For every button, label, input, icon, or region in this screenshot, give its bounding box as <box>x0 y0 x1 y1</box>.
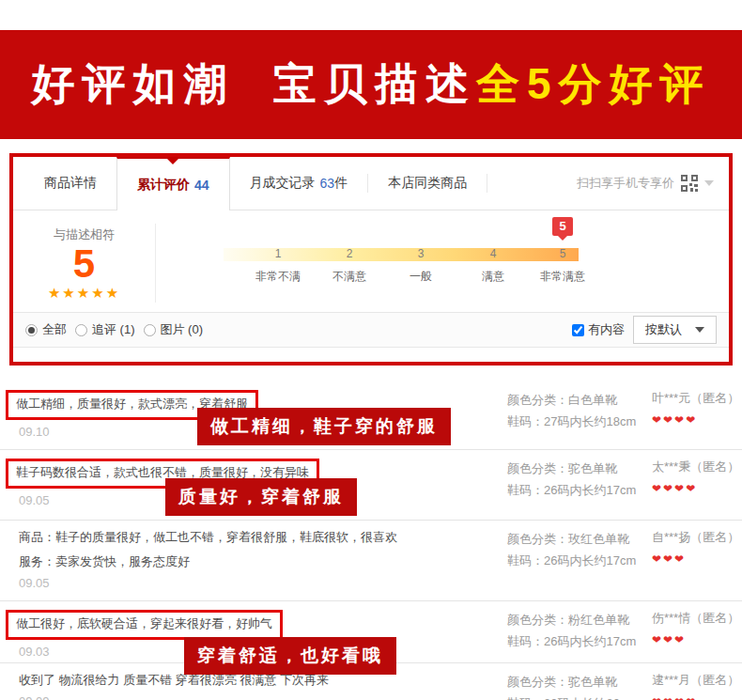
buyer-rank-hearts-icon: ❤❤❤❤ <box>652 413 742 427</box>
monthly-sales-suffix: 件 <box>334 175 348 192</box>
score-badge: 5 <box>552 217 573 236</box>
review-sku-info: 颜色分类：驼色单靴 鞋码：26码内长约17cm <box>507 459 648 520</box>
tab-monthly-sales-label: 月成交记录 <box>250 175 316 192</box>
review-color: 颜色分类：驼色单靴 <box>507 459 648 480</box>
tab-product-detail-label: 商品详情 <box>44 175 97 192</box>
sort-default-label: 按默认 <box>645 321 682 338</box>
buyer-name: 逮***月（匿名） <box>652 672 742 689</box>
review-row: 做工很好，底软硬合适，穿起来很好看，好帅气 09.03 颜色分类：粉红色单靴 鞋… <box>0 601 742 663</box>
panel-bottom-space <box>13 348 729 362</box>
review-row: 鞋子码数很合适，款式也很不错，质量很好，没有异味 09.05 颜色分类：驼色单靴… <box>0 450 742 521</box>
buyer-name: 自***扬（匿名） <box>652 529 742 546</box>
review-content: 商品：鞋子的质量很好，做工也不错，穿着很舒服，鞋底很软，很喜欢 服务：卖家发货快… <box>19 529 507 600</box>
review-sku-info: 颜色分类：白色单靴 鞋码：27码内长约18cm <box>507 390 648 449</box>
review-sku-info: 颜色分类：驼色单靴 鞋码：30码内长约20cm <box>507 672 648 700</box>
tab-same-store-items-label: 本店同类商品 <box>388 175 467 192</box>
tab-divider <box>487 174 487 193</box>
review-panel: 商品详情 累计评价 44 月成交记录 63 件 本店同类商品 扫扫享手机专享价 <box>9 153 733 366</box>
tab-monthly-sales[interactable]: 月成交记录 63 件 <box>230 157 368 210</box>
promo-banner-highlight: 全5分好评 <box>476 55 711 114</box>
review-date: 09.05 <box>19 576 500 590</box>
review-color: 颜色分类：粉红色单靴 <box>507 610 648 631</box>
scale-label-4: 满意 <box>454 269 533 285</box>
review-buyer: 叶***元（匿名） ❤❤❤❤ <box>648 390 742 449</box>
review-list: 做工精细，质量很好，款式漂亮，穿着舒服 09.10 颜色分类：白色单靴 鞋码：2… <box>0 381 742 700</box>
review-size: 鞋码：30码内长约20cm <box>507 693 648 700</box>
sort-default-button[interactable]: 按默认 <box>633 316 717 344</box>
promo-banner: 好评如潮 宝贝描述 全5分好评 <box>0 30 742 139</box>
review-size: 鞋码：26码内长约17cm <box>507 631 648 653</box>
badge-pointer-icon <box>558 236 567 241</box>
filter-append-option[interactable]: 追评 (1) <box>75 321 135 338</box>
scale-tick-5: 5 <box>552 247 573 260</box>
review-color: 颜色分类：白色单靴 <box>507 390 648 412</box>
stars-icon: ★★★★★ <box>13 285 155 302</box>
review-size: 鞋码：26码内长约17cm <box>507 480 648 502</box>
buyer-name: 太***秉（匿名） <box>652 459 742 475</box>
filter-pictures-label: 图片 (0) <box>161 321 204 338</box>
filter-bar: 全部 追评 (1) 图片 (0) 有内容 按默认 <box>13 312 729 348</box>
score-value: 5 <box>13 243 155 285</box>
satisfaction-scale: 1 2 3 4 5 非常不满 不满意 一般 满意 非常满意 5 <box>156 224 729 303</box>
review-color: 颜色分类：玫红色单靴 <box>507 529 648 551</box>
scale-tick-1: 1 <box>268 247 288 260</box>
has-content-label: 有内容 <box>588 321 625 338</box>
review-callout-banner: 质量好，穿着舒服 <box>165 478 357 516</box>
review-sku-info: 颜色分类：玫红色单靴 鞋码：26码内长约17cm <box>507 529 648 600</box>
has-content-checkbox-group[interactable]: 有内容 <box>572 321 625 338</box>
has-content-checkbox[interactable] <box>572 324 584 336</box>
review-buyer: 逮***月（匿名） ❤❤❤❤ <box>648 672 742 700</box>
filter-all-option[interactable]: 全部 <box>25 321 67 338</box>
buyer-name: 叶***元（匿名） <box>652 390 742 407</box>
reviews-count: 44 <box>194 178 209 193</box>
monthly-sales-count: 63 <box>320 176 335 191</box>
rating-summary: 与描述相符 5 ★★★★★ 1 2 3 4 5 非常不满 不满意 一般 满意 非… <box>13 210 729 312</box>
scale-tick-2: 2 <box>339 247 360 260</box>
scale-label-1: 非常不满 <box>239 269 317 285</box>
filter-pictures-option[interactable]: 图片 (0) <box>144 321 204 338</box>
scale-label-2: 不满意 <box>310 269 389 285</box>
tab-product-detail[interactable]: 商品详情 <box>24 157 116 210</box>
review-text-service-line: 服务：卖家发货快，服务态度好 <box>19 553 500 571</box>
active-tab-marker-icon <box>167 159 178 164</box>
scale-label-3: 一般 <box>381 269 460 285</box>
review-row: 做工精细，质量很好，款式漂亮，穿着舒服 09.10 颜色分类：白色单靴 鞋码：2… <box>0 381 742 450</box>
chevron-down-icon <box>704 180 714 186</box>
tab-bar: 商品详情 累计评价 44 月成交记录 63 件 本店同类商品 扫扫享手机专享价 <box>13 157 729 210</box>
scale-tick-4: 4 <box>483 247 503 260</box>
buyer-rank-hearts-icon: ❤❤❤ <box>652 633 742 646</box>
buyer-rank-hearts-icon: ❤❤❤❤ <box>652 695 742 700</box>
review-text-highlight-box: 做工很好，底软硬合适，穿起来很好看，好帅气 <box>6 610 283 640</box>
promo-banner-text: 好评如潮 宝贝描述 <box>31 55 476 114</box>
buyer-name: 伤***情（匿名） <box>652 610 742 627</box>
radio-dot-icon <box>28 327 35 334</box>
buyer-rank-hearts-icon: ❤❤❤ <box>652 552 742 566</box>
review-buyer: 伤***情（匿名） ❤❤❤ <box>648 610 742 662</box>
filter-all-label: 全部 <box>42 321 67 338</box>
review-sku-info: 颜色分类：粉红色单靴 鞋码：26码内长约17cm <box>507 610 648 662</box>
radio-selected-icon <box>25 324 38 336</box>
scale-label-5: 非常满意 <box>523 269 602 285</box>
review-size: 鞋码：26码内长约17cm <box>507 551 648 572</box>
filter-append-label: 追评 (1) <box>92 321 135 338</box>
review-buyer: 太***秉（匿名） ❤❤❤❤ <box>648 459 742 520</box>
review-buyer: 自***扬（匿名） ❤❤❤ <box>648 529 742 600</box>
review-color: 颜色分类：驼色单靴 <box>507 672 648 693</box>
review-callout-banner: 做工精细，鞋子穿的舒服 <box>197 408 451 445</box>
tab-same-store-items[interactable]: 本店同类商品 <box>368 157 487 210</box>
description-score-block: 与描述相符 5 ★★★★★ <box>13 224 156 303</box>
radio-unselected-icon <box>75 324 87 336</box>
tab-cumulative-reviews-label: 累计评价 <box>137 177 190 194</box>
chevron-down-icon <box>695 327 704 333</box>
review-date: 09.09 <box>19 694 500 700</box>
review-content: 收到了 物流很给力 质量不错 穿着很漂亮 很满意 下次再来 09.09 <box>19 672 507 700</box>
review-text-product-line: 商品：鞋子的质量很好，做工也不错，穿着很舒服，鞋底很软，很喜欢 <box>19 529 500 547</box>
tab-cumulative-reviews[interactable]: 累计评价 44 <box>116 157 230 210</box>
scale-tick-3: 3 <box>410 247 431 260</box>
radio-unselected-icon <box>144 324 156 336</box>
review-row: 商品：鞋子的质量很好，做工也不错，穿着很舒服，鞋底很软，很喜欢 服务：卖家发货快… <box>0 521 742 601</box>
filter-right-group: 有内容 按默认 <box>572 316 717 344</box>
mobile-exclusive-price-link[interactable]: 扫扫享手机专享价 <box>577 157 714 210</box>
mobile-exclusive-price-label: 扫扫享手机专享价 <box>577 175 674 192</box>
review-size: 鞋码：27码内长约18cm <box>507 412 648 433</box>
